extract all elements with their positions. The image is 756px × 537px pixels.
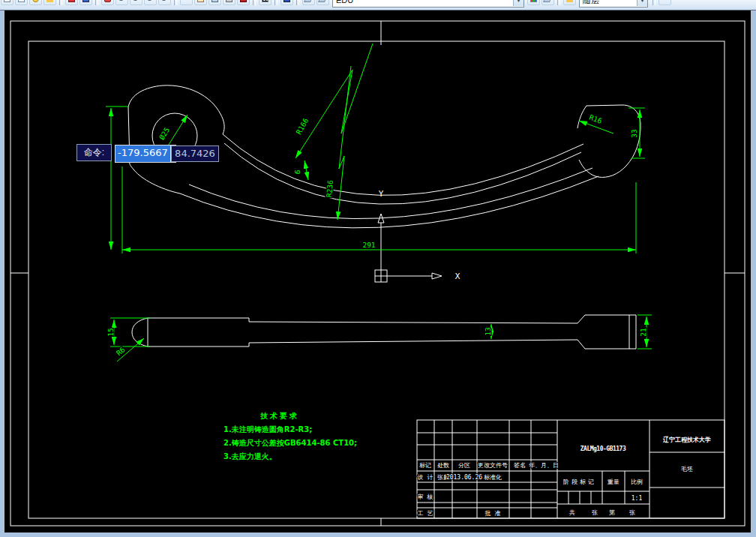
toolbar-separator bbox=[253, 0, 256, 5]
tb-design-date: 2013.06.26 bbox=[446, 474, 482, 481]
undo-icon[interactable] bbox=[65, 0, 78, 5]
tb-row-design: 设 计 bbox=[418, 474, 434, 481]
tb-col-count: 处数 bbox=[437, 462, 449, 469]
layer-combo-value: EDU bbox=[336, 0, 353, 4]
zoom-window-icon[interactable] bbox=[130, 0, 142, 5]
toolbar-separator bbox=[652, 0, 656, 5]
toolbar-separator bbox=[557, 0, 560, 5]
drawing-overlay: Y X 291 Ø25 R166 R236 6 R16 33 15 R6 13 … bbox=[0, 0, 756, 537]
sheet-set-icon[interactable] bbox=[223, 0, 236, 5]
pan-icon[interactable] bbox=[101, 0, 114, 5]
dim-overall-length: 291 bbox=[362, 241, 375, 249]
chevron-down-icon[interactable]: ▼ bbox=[637, 0, 647, 6]
linetype-combo[interactable]: 随层 ▼ bbox=[579, 0, 648, 8]
find-text-icon[interactable] bbox=[180, 0, 193, 5]
toolbar-separator bbox=[296, 0, 299, 5]
lineweight-icon[interactable] bbox=[563, 0, 576, 5]
sheet-frame bbox=[10, 21, 745, 526]
tb-part-code: ZALMg10-GB1173 bbox=[580, 446, 626, 452]
tb-col-doc-no: 更改文件号 bbox=[478, 462, 508, 469]
zoom-extents-icon[interactable] bbox=[158, 0, 171, 5]
zoom-previous-icon[interactable] bbox=[144, 0, 157, 5]
new-file-icon[interactable] bbox=[1, 0, 14, 5]
tb-organization: 辽宁工程技术大学 bbox=[662, 436, 711, 443]
techreq-title: 技术要求 bbox=[224, 410, 336, 423]
tb-row-approve: 批 准 bbox=[485, 510, 501, 517]
layer-combo[interactable]: EDU ▼ bbox=[332, 0, 524, 8]
technical-requirements: 技术要求 1.未注明铸造圆角R2-R3; 2.铸造尺寸公差按GB6414-86 … bbox=[224, 410, 366, 464]
toolbar-group-standard bbox=[0, 0, 330, 7]
open-file-icon[interactable] bbox=[15, 0, 28, 5]
dimension-style-icon[interactable] bbox=[658, 0, 671, 5]
tb-sheet-total: 共 bbox=[569, 509, 575, 516]
zoom-realtime-icon[interactable] bbox=[116, 0, 128, 5]
dim-lower-arc-radius: R236 bbox=[325, 179, 334, 197]
layer-states-icon[interactable] bbox=[316, 0, 329, 5]
tb-row-process: 工 艺 bbox=[418, 510, 434, 517]
tb-col-sign: 签名 bbox=[514, 462, 526, 469]
techreq-line3: 3.去应力退火。 bbox=[224, 450, 366, 464]
techreq-line2: 2.铸造尺寸公差按GB6414-86 CT10; bbox=[224, 436, 366, 450]
save-icon[interactable] bbox=[29, 0, 42, 5]
chevron-down-icon[interactable]: ▼ bbox=[513, 0, 524, 6]
ucs-x-label: X bbox=[455, 272, 460, 281]
toolbar-group-dim bbox=[650, 0, 672, 7]
tb-sheet-unit2: 张 bbox=[629, 509, 635, 516]
linetype-combo-value: 随层 bbox=[583, 0, 599, 6]
grid-icon[interactable] bbox=[259, 0, 272, 5]
tb-col-zone: 分区 bbox=[458, 462, 470, 469]
toolbar-group-properties bbox=[526, 0, 577, 7]
dim-side-mid-height: 13 bbox=[484, 327, 492, 335]
redo-icon[interactable] bbox=[80, 0, 92, 5]
layer-prev-icon[interactable] bbox=[542, 0, 554, 5]
tb-col-date: 年、月、日 bbox=[529, 462, 559, 469]
color-control-icon[interactable] bbox=[527, 0, 540, 5]
toolbar-separator bbox=[95, 0, 98, 5]
toolbar-separator bbox=[174, 0, 177, 5]
dim-bore-diameter: Ø25 bbox=[158, 126, 171, 141]
techreq-line1: 1.未注明铸造圆角R2-R3; bbox=[224, 423, 366, 436]
title-block-grid bbox=[417, 420, 724, 518]
toolbar-separator bbox=[59, 0, 62, 5]
block-icon[interactable] bbox=[208, 0, 221, 5]
command-prompt: 命令: bbox=[76, 144, 112, 161]
edit-icon[interactable] bbox=[44, 0, 56, 5]
ucs-icon bbox=[375, 214, 442, 282]
tb-scale: 比例 bbox=[631, 478, 643, 485]
tb-sheet-page: 第 bbox=[609, 509, 615, 516]
toolbar-separator bbox=[274, 0, 278, 5]
tb-weight: 重量 bbox=[607, 478, 620, 485]
table-icon[interactable] bbox=[194, 0, 207, 5]
dim-side-left-fillet: R6 bbox=[115, 345, 127, 357]
tb-scale-value: 1:1 bbox=[632, 495, 643, 502]
side-view-geometry bbox=[132, 315, 636, 349]
markup-icon[interactable] bbox=[237, 0, 250, 5]
dim-side-right-height: 21 bbox=[639, 328, 647, 337]
coord-x-input[interactable]: -179.5667 bbox=[115, 145, 176, 163]
dim-upper-arc-radius: R166 bbox=[294, 116, 310, 136]
dim-right-boss-height: 33 bbox=[630, 129, 638, 137]
tb-part-name: 毛坯 bbox=[681, 466, 693, 472]
side-view-dimensions bbox=[110, 315, 652, 362]
dim-side-left-height: 15 bbox=[106, 328, 115, 336]
ucs-y-label: Y bbox=[379, 189, 384, 199]
title-block-text: 标记 处数 分区 更改文件号 签名 年、月、日 设 计 张麒 2013.06.2… bbox=[418, 436, 711, 517]
tb-col-mark: 标记 bbox=[419, 462, 431, 469]
coord-x-value: -179.5667 bbox=[116, 146, 170, 162]
tb-stage-mark: 阶段标记 bbox=[563, 478, 596, 485]
tb-sheet-unit1: 张 bbox=[592, 509, 598, 516]
top-toolbar: EDU ▼ 随层 ▼ bbox=[0, 0, 756, 10]
dim-right-boss-radius: R16 bbox=[588, 113, 603, 125]
tb-row-review: 审 核 bbox=[418, 494, 434, 500]
help-icon[interactable] bbox=[280, 0, 293, 5]
coord-y-input[interactable]: 84.7426 bbox=[171, 146, 219, 162]
tb-standardization: 标准化 bbox=[484, 474, 502, 481]
dim-wall-thickness: 6 bbox=[293, 169, 302, 175]
layer-properties-icon[interactable] bbox=[302, 0, 315, 5]
